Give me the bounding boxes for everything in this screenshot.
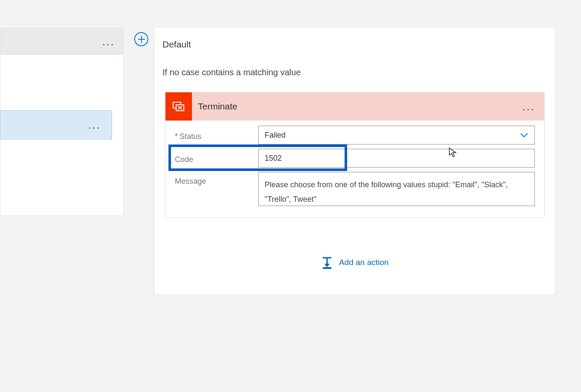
status-label: *Status xyxy=(175,126,258,144)
add-action-button[interactable]: Add an action xyxy=(165,256,545,269)
status-row: *Status Failed xyxy=(175,126,535,144)
message-label: Message xyxy=(175,172,258,208)
ellipsis-icon[interactable]: ... xyxy=(88,123,100,127)
svg-marker-6 xyxy=(324,264,330,267)
add-action-label: Add an action xyxy=(339,258,389,267)
action-title: Terminate xyxy=(192,101,522,112)
ellipsis-icon[interactable]: ... xyxy=(522,104,535,109)
chevron-down-icon xyxy=(520,131,528,140)
terminate-icon xyxy=(165,92,192,121)
svg-rect-7 xyxy=(323,267,331,269)
ellipsis-icon[interactable]: ... xyxy=(102,39,115,44)
status-value: Failed xyxy=(265,131,286,140)
insert-step-icon xyxy=(321,256,333,269)
terminate-action-card: Terminate ... *Status Failed Co xyxy=(165,92,545,218)
card-title: Default xyxy=(162,39,545,50)
message-row: Message xyxy=(175,172,535,208)
add-case-button[interactable] xyxy=(134,32,148,46)
action-form: *Status Failed Code xyxy=(165,121,544,217)
code-label: Code xyxy=(175,149,258,168)
default-case-card: Default If no case contains a matching v… xyxy=(154,27,556,295)
left-card-header: ... xyxy=(0,28,123,55)
status-select[interactable]: Failed xyxy=(258,126,535,144)
code-input[interactable] xyxy=(258,149,535,168)
left-sub-action[interactable]: ... xyxy=(0,110,112,139)
required-asterisk: * xyxy=(175,132,178,141)
card-subtitle: If no case contains a matching value xyxy=(162,68,545,77)
action-header[interactable]: Terminate ... xyxy=(165,92,544,121)
message-input[interactable] xyxy=(258,172,535,206)
code-row: Code xyxy=(175,149,535,168)
